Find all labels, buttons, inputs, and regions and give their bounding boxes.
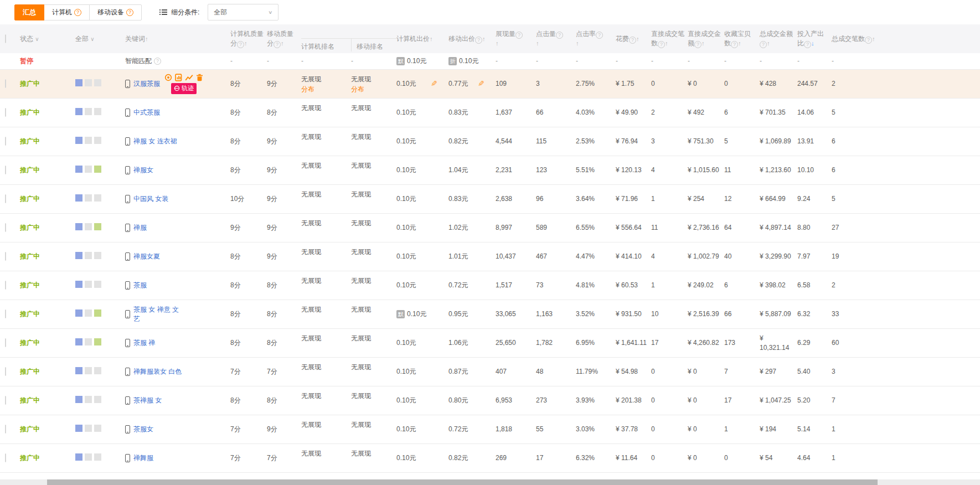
tab-mobile[interactable]: 移动设备 ? bbox=[89, 4, 142, 20]
help-icon[interactable]: ? bbox=[475, 37, 482, 44]
row-checkbox[interactable] bbox=[5, 79, 6, 88]
help-icon[interactable]: ? bbox=[694, 41, 702, 48]
keyword-link[interactable]: 禅舞服装女 白色 bbox=[133, 367, 182, 376]
sort-asc-icon[interactable]: ↑ bbox=[636, 35, 639, 42]
sort-asc-icon[interactable]: ↑ bbox=[482, 35, 486, 42]
sort-asc-icon[interactable]: ↑ bbox=[145, 35, 148, 42]
header-mobile-rank[interactable]: 移动排名 bbox=[351, 24, 396, 53]
help-icon[interactable]: ? bbox=[74, 9, 81, 16]
sort-asc-icon[interactable]: ↑ bbox=[576, 39, 612, 48]
mobile-quality-cell: 9分 bbox=[267, 223, 301, 233]
header-mobile-quality[interactable]: 移动质量分?↑ bbox=[267, 29, 301, 48]
header-pc-quality[interactable]: 计算机质量分?↑ bbox=[230, 29, 267, 48]
sort-asc-icon[interactable]: ↑ bbox=[738, 40, 741, 47]
segment-filter-select[interactable]: 全部 ∨ bbox=[208, 4, 278, 20]
header-favorites[interactable]: 收藏宝贝数?↑ bbox=[724, 29, 760, 48]
horizontal-scrollbar-track[interactable] bbox=[0, 479, 980, 485]
header-clicks[interactable]: 点击量?↑ bbox=[536, 29, 576, 48]
help-icon[interactable]: ? bbox=[126, 9, 133, 16]
sort-desc-icon[interactable]: ↓ bbox=[811, 40, 814, 47]
row-checkbox[interactable] bbox=[5, 252, 6, 261]
row-checkbox[interactable] bbox=[5, 108, 6, 117]
help-icon[interactable]: ? bbox=[515, 32, 523, 39]
tab-summary[interactable]: 汇总 bbox=[14, 4, 44, 20]
sort-asc-icon[interactable]: ↑ bbox=[496, 39, 533, 48]
sort-asc-icon[interactable]: ↑ bbox=[244, 40, 247, 47]
row-checkbox[interactable] bbox=[5, 338, 6, 347]
edit-bid-icon[interactable]: ✎ bbox=[431, 79, 437, 89]
keyword-link[interactable]: 禅服女夏 bbox=[133, 252, 160, 261]
help-icon[interactable]: ? bbox=[556, 32, 563, 39]
header-pc-rank[interactable]: 计算机排名 bbox=[301, 24, 351, 53]
header-status[interactable]: 状态 ∨ bbox=[20, 34, 75, 44]
keyword-link[interactable]: 中式茶服 bbox=[133, 108, 160, 117]
help-icon[interactable]: ? bbox=[154, 58, 161, 65]
track-badge[interactable]: 轨迹 bbox=[171, 83, 197, 94]
sort-asc-icon[interactable]: ↑ bbox=[665, 40, 668, 47]
checkbox-cell bbox=[0, 453, 20, 463]
keyword-link[interactable]: 中国风 女装 bbox=[133, 194, 168, 204]
trend-icon[interactable] bbox=[185, 74, 193, 81]
row-checkbox[interactable] bbox=[5, 309, 6, 318]
help-icon[interactable]: ? bbox=[629, 37, 636, 44]
indicator-square-blue bbox=[75, 166, 82, 173]
keyword-link[interactable]: 禅舞服 bbox=[133, 453, 153, 463]
row-checkbox[interactable] bbox=[5, 194, 6, 203]
row-checkbox[interactable] bbox=[5, 367, 6, 376]
keyword-link[interactable]: 禅服女 bbox=[133, 166, 153, 175]
mobile-rank-cell-value: 无展现 bbox=[351, 218, 393, 228]
help-icon[interactable]: ? bbox=[865, 37, 872, 44]
help-icon[interactable]: ? bbox=[760, 41, 767, 48]
distribution-link[interactable]: 分布 bbox=[301, 84, 348, 94]
mobile-phone-icon bbox=[125, 195, 130, 203]
sort-asc-icon[interactable]: ↑ bbox=[536, 39, 572, 48]
keyword-link[interactable]: 茶服 禅 bbox=[133, 338, 155, 348]
header-all[interactable]: 全部 ∨ bbox=[75, 34, 125, 44]
sort-asc-icon[interactable]: ↑ bbox=[702, 40, 705, 47]
sort-asc-icon[interactable]: ↑ bbox=[281, 40, 284, 47]
header-keyword[interactable]: 关键词↑ bbox=[125, 34, 230, 44]
help-icon[interactable]: ? bbox=[237, 41, 244, 48]
row-checkbox[interactable] bbox=[5, 396, 6, 405]
select-all-checkbox[interactable] bbox=[5, 34, 6, 43]
sort-asc-icon[interactable]: ↑ bbox=[872, 35, 875, 42]
delete-icon[interactable] bbox=[196, 74, 203, 81]
distribution-link[interactable]: 分布 bbox=[351, 84, 393, 94]
header-ctr[interactable]: 点击率?↑ bbox=[576, 29, 616, 48]
header-cost[interactable]: 花费?↑ bbox=[616, 34, 651, 44]
header-roi[interactable]: 投入产出比?↓ bbox=[797, 29, 832, 48]
keyword-link[interactable]: 茶服 bbox=[133, 281, 147, 290]
header-total-amount[interactable]: 总成交金额?↑ bbox=[760, 29, 797, 48]
row-checkbox[interactable] bbox=[5, 453, 6, 462]
header-direct-orders[interactable]: 直接成交笔数?↑ bbox=[651, 29, 688, 48]
help-icon[interactable]: ? bbox=[596, 32, 603, 39]
keyword-link[interactable]: 茶禅服 女 bbox=[133, 396, 162, 405]
header-direct-amount[interactable]: 直接成交金额?↑ bbox=[688, 29, 724, 48]
report-icon[interactable] bbox=[175, 74, 182, 81]
help-icon[interactable]: ? bbox=[804, 41, 811, 48]
mobile-phone-icon bbox=[125, 396, 130, 405]
help-icon[interactable]: ? bbox=[731, 41, 738, 48]
header-mobile-bid[interactable]: 移动出价?↑ bbox=[448, 34, 496, 44]
keyword-link[interactable]: 汉服茶服 bbox=[133, 79, 160, 89]
edit-bid-icon[interactable]: ✎ bbox=[478, 79, 484, 89]
header-impressions[interactable]: 展现量?↑ bbox=[496, 29, 536, 48]
horizontal-scrollbar-thumb[interactable] bbox=[47, 479, 878, 485]
row-checkbox[interactable] bbox=[5, 223, 6, 232]
header-pc-bid[interactable]: 计算机出价↑ bbox=[396, 34, 448, 44]
row-checkbox[interactable] bbox=[5, 166, 6, 174]
row-checkbox[interactable] bbox=[5, 425, 6, 434]
row-checkbox[interactable] bbox=[5, 137, 6, 146]
keyword-link[interactable]: 禅服 bbox=[133, 223, 147, 233]
sort-asc-icon[interactable]: ↑ bbox=[430, 35, 433, 42]
row-checkbox[interactable] bbox=[5, 281, 6, 290]
header-total-orders[interactable]: 总成交笔数?↑ bbox=[832, 34, 980, 44]
keyword-link[interactable]: 茶服 女 禅意 文艺 bbox=[133, 305, 182, 324]
tab-computer[interactable]: 计算机 ? bbox=[44, 4, 90, 20]
sort-asc-icon[interactable]: ↑ bbox=[767, 40, 770, 47]
help-icon[interactable]: ? bbox=[274, 41, 281, 48]
keyword-link[interactable]: 茶服女 bbox=[133, 425, 153, 434]
help-icon[interactable]: ? bbox=[658, 41, 665, 48]
keyword-link[interactable]: 禅服 女 连衣裙 bbox=[133, 137, 177, 146]
target-icon[interactable] bbox=[164, 74, 172, 81]
